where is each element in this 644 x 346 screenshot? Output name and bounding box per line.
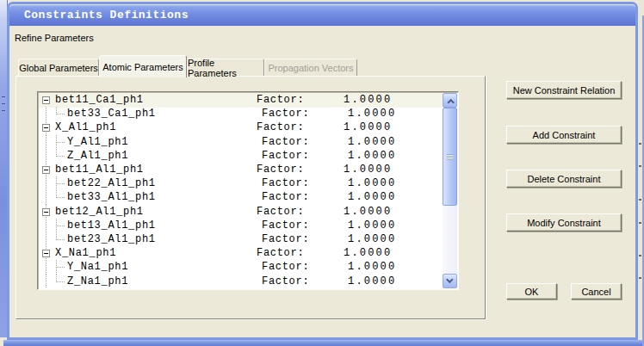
row-label: bet22_Al1_ph1 [67, 176, 156, 190]
tree-connector [57, 239, 65, 240]
tree-line [46, 260, 46, 275]
tree-row[interactable]: bet33_Al1_ph1 Factor: 1.0000 [39, 190, 443, 205]
row-factor-label: Factor: [262, 260, 309, 274]
tree-line [46, 149, 46, 164]
tree-line [46, 232, 46, 247]
tree-row[interactable]: Y_Na1_ph1 Factor: 1.0000 [39, 260, 443, 275]
add-constraint-button[interactable]: Add Constraint [506, 126, 622, 144]
row-value: 1.0000 [348, 190, 396, 204]
background-text-fragment [639, 143, 641, 145]
tab-profile-parameters[interactable]: Profile Parameters [187, 59, 264, 76]
tree-line [46, 176, 46, 191]
row-value: 1.0000 [344, 205, 392, 219]
tree-row[interactable]: bet11_Ca1_ph1 Factor: 1.0000 [39, 93, 443, 108]
modify-constraint-button[interactable]: Modify Constraint [506, 213, 622, 232]
row-value: 1.0000 [348, 275, 396, 288]
row-factor-label: Factor: [262, 232, 309, 246]
tree-row[interactable]: bet22_Al1_ph1 Factor: 1.0000 [39, 176, 443, 191]
tree-line [46, 107, 46, 121]
row-value: 1.0000 [348, 149, 396, 163]
tree-row[interactable]: X_Al1_ph1 Factor: 1.0000 [39, 120, 443, 135]
title-bar[interactable]: Constraints Definitions [9, 4, 635, 26]
constraints-tree-list[interactable]: bet11_Ca1_ph1 Factor: 1.0000 bet33_Ca1_p… [37, 91, 459, 290]
tree-row[interactable]: Z_Na1_ph1 Factor: 1.0000 [39, 275, 443, 288]
tree-line [46, 190, 46, 205]
row-factor-label: Factor: [262, 135, 309, 149]
row-label: bet11_Ca1_ph1 [55, 93, 144, 107]
row-value: 1.0000 [344, 120, 392, 134]
row-factor-label: Factor: [262, 219, 309, 232]
row-value: 1.0000 [348, 260, 396, 274]
scrollbar-grip-icon [447, 154, 453, 160]
tree-line [46, 275, 46, 288]
collapse-minus-icon[interactable] [42, 208, 50, 216]
collapse-minus-icon[interactable] [42, 96, 50, 104]
tree-row[interactable]: bet33_Ca1_ph1 Factor: 1.0000 [39, 107, 443, 121]
collapse-minus-icon[interactable] [42, 166, 50, 174]
row-factor-label: Factor: [257, 93, 304, 107]
refine-parameters-label: Refine Parameters [15, 33, 94, 43]
scroll-up-button[interactable] [443, 93, 457, 108]
tree-connector [57, 281, 65, 282]
tree-connector [57, 114, 65, 114]
collapse-minus-icon[interactable] [42, 124, 50, 132]
tab-strip: Global Parameters Atomic Parameters Prof… [18, 55, 357, 76]
row-value: 1.0000 [348, 135, 396, 149]
row-label: Y_Al1_ph1 [67, 135, 128, 149]
row-label: bet13_Al1_ph1 [67, 219, 156, 232]
tree-connector [57, 197, 65, 198]
row-value: 1.0000 [348, 219, 396, 232]
row-factor-label: Factor: [257, 246, 304, 260]
tree-row[interactable]: bet11_Al1_ph1 Factor: 1.0000 [39, 163, 443, 177]
row-factor-label: Factor: [262, 176, 309, 190]
row-value: 1.0000 [344, 246, 392, 260]
tree-row[interactable]: bet12_Al1_ph1 Factor: 1.0000 [39, 205, 443, 219]
row-label: Z_Al1_ph1 [67, 149, 128, 163]
row-label: X_Al1_ph1 [55, 120, 116, 134]
row-factor-label: Factor: [257, 205, 304, 219]
scrollbar-thumb[interactable] [443, 108, 457, 206]
tree-connector [57, 267, 65, 268]
row-label: bet33_Al1_ph1 [67, 190, 156, 204]
chevron-down-icon [446, 275, 453, 282]
tree-row[interactable]: Z_Al1_ph1 Factor: 1.0000 [39, 149, 443, 164]
background-window-bottom-border [3, 340, 644, 346]
tree-connector [57, 226, 65, 226]
tree-line [46, 219, 46, 233]
ok-button[interactable]: OK [506, 283, 557, 300]
tab-atomic-parameters[interactable]: Atomic Parameters [99, 55, 187, 77]
chevron-up-icon [447, 98, 454, 105]
tree-line [46, 135, 46, 150]
row-label: bet23_Al1_ph1 [67, 232, 156, 246]
cancel-button[interactable]: Cancel [571, 283, 622, 300]
tree-connector [57, 183, 65, 184]
tree-row[interactable]: bet13_Al1_ph1 Factor: 1.0000 [39, 219, 443, 233]
new-constraint-relation-button[interactable]: New Constraint Relation [506, 81, 622, 99]
row-factor-label: Factor: [262, 275, 309, 288]
row-factor-label: Factor: [262, 149, 309, 163]
dialog-client-area: Refine Parameters Global Parameters Atom… [9, 26, 635, 337]
row-label: bet33_Ca1_ph1 [67, 107, 156, 120]
delete-constraint-button[interactable]: Delete Constraint [506, 170, 622, 188]
background-text-fragment [639, 255, 641, 256]
scroll-down-button[interactable] [443, 274, 457, 288]
background-text-fragment [639, 199, 641, 201]
tab-global-parameters[interactable]: Global Parameters [18, 59, 99, 76]
row-value: 1.0000 [344, 163, 392, 176]
row-label: bet12_Al1_ph1 [55, 205, 144, 219]
tree-row[interactable]: bet23_Al1_ph1 Factor: 1.0000 [39, 232, 443, 247]
row-factor-label: Factor: [257, 163, 304, 176]
vertical-scrollbar[interactable] [443, 93, 457, 288]
tree-row[interactable]: X_Na1_ph1 Factor: 1.0000 [39, 246, 443, 261]
tab-content-pane: bet11_Ca1_ph1 Factor: 1.0000 bet33_Ca1_p… [15, 76, 486, 319]
collapse-minus-icon[interactable] [42, 250, 50, 257]
tree-connector [57, 142, 65, 143]
background-text-fragment [639, 277, 641, 279]
tree-connector [57, 156, 65, 157]
constraint-rows: bet11_Ca1_ph1 Factor: 1.0000 bet33_Ca1_p… [39, 93, 443, 288]
row-label: bet11_Al1_ph1 [55, 163, 144, 176]
constraints-definitions-dialog: Constraints Definitions Refine Parameter… [7, 2, 638, 340]
background-text-fragment [639, 222, 641, 224]
tree-row[interactable]: Y_Al1_ph1 Factor: 1.0000 [39, 135, 443, 150]
row-value: 1.0000 [344, 93, 392, 107]
